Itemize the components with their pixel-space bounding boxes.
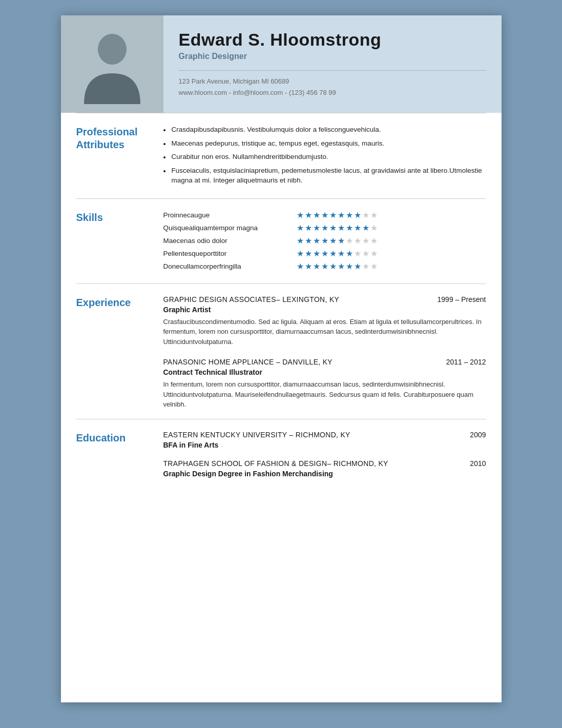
skill-name: Donecullamcorperfringilla: [163, 262, 297, 270]
star-filled: ★: [321, 210, 328, 220]
education-content: EASTERN KENTUCKY UNIVERSITY – Richmond, …: [163, 431, 486, 478]
star-filled: ★: [338, 249, 345, 258]
star-filled: ★: [354, 223, 361, 233]
resume-document: Edward S. Hloomstrong Graphic Designer 1…: [61, 15, 502, 702]
exp-date: 1999 – Present: [438, 295, 486, 304]
star-filled: ★: [338, 210, 345, 220]
skill-name: Proinnecaugue: [163, 211, 297, 219]
star-filled: ★: [297, 223, 304, 233]
star-filled: ★: [338, 236, 345, 246]
exp-header: GRAPHIC DESIGN ASSOCIATES– Lexington, KY…: [163, 295, 486, 304]
skill-row: Donecullamcorperfringilla★★★★★★★★★★: [163, 261, 486, 271]
edu-degree: BFA in Fine Arts: [163, 441, 486, 449]
edu-date: 2009: [470, 431, 486, 439]
edu-school: EASTERN KENTUCKY UNIVERSITY – Richmond, …: [163, 431, 350, 439]
edu-degree: Graphic Design Degree in Fashion Merchan…: [163, 470, 486, 478]
star-filled: ★: [346, 261, 353, 271]
star-filled: ★: [313, 261, 320, 271]
exp-company: PANASONIC HOME APPLIANCE – Danville, KY: [163, 358, 332, 366]
edu-header: EASTERN KENTUCKY UNIVERSITY – Richmond, …: [163, 431, 486, 439]
skill-stars: ★★★★★★★★★★: [297, 236, 378, 246]
star-empty: ★: [370, 210, 378, 220]
star-filled: ★: [329, 236, 337, 246]
star-filled: ★: [313, 236, 320, 246]
section-label-professional: ProfessionalAttributes: [76, 125, 163, 189]
skills-label: Skills: [76, 211, 153, 224]
skill-row: Quisquealiquamtempor magna★★★★★★★★★★: [163, 223, 486, 233]
professional-label: ProfessionalAttributes: [76, 126, 153, 151]
professional-attr-item: Fusceiaculis, estquislaciniapretium, ped…: [163, 166, 486, 186]
exp-role: Contract Technical Illustrator: [163, 368, 486, 376]
section-skills: Skills Proinnecaugue★★★★★★★★★★Quisqueali…: [76, 198, 486, 284]
star-filled: ★: [338, 223, 345, 233]
star-filled: ★: [305, 236, 312, 246]
experience-entry: PANASONIC HOME APPLIANCE – Danville, KY …: [163, 358, 486, 410]
star-filled: ★: [338, 261, 345, 271]
header-info: Edward S. Hloomstrong Graphic Designer 1…: [163, 15, 502, 113]
edu-school: TRAPHAGEN SCHOOL OF FASHION & DESIGN– Ri…: [163, 459, 388, 468]
exp-header: PANASONIC HOME APPLIANCE – Danville, KY …: [163, 358, 486, 366]
star-filled: ★: [297, 210, 304, 220]
star-filled: ★: [305, 261, 312, 271]
exp-description: Crasfaucibuscondimentumodio. Sed ac ligu…: [163, 317, 486, 347]
star-empty: ★: [362, 249, 369, 258]
exp-description: In fermentum, lorem non cursusporttitor,…: [163, 379, 486, 410]
star-filled: ★: [313, 223, 320, 233]
star-empty: ★: [370, 261, 378, 271]
star-empty: ★: [362, 261, 369, 271]
star-empty: ★: [370, 223, 378, 233]
section-professional: ProfessionalAttributes Crasdapibusdapibu…: [76, 113, 486, 198]
professional-attributes-list: Crasdapibusdapibusnis. Vestibulumquis do…: [163, 125, 486, 186]
star-filled: ★: [305, 223, 312, 233]
skill-stars: ★★★★★★★★★★: [297, 210, 378, 220]
resume-body: ProfessionalAttributes Crasdapibusdapibu…: [61, 113, 502, 502]
star-empty: ★: [346, 236, 353, 246]
education-entry: TRAPHAGEN SCHOOL OF FASHION & DESIGN– Ri…: [163, 459, 486, 478]
star-filled: ★: [305, 249, 312, 258]
section-education: Education EASTERN KENTUCKY UNIVERSITY – …: [76, 419, 486, 487]
star-filled: ★: [321, 261, 328, 271]
avatar-section: [61, 15, 163, 113]
star-empty: ★: [370, 236, 378, 246]
edu-header: TRAPHAGEN SCHOOL OF FASHION & DESIGN– Ri…: [163, 459, 486, 468]
skill-name: Quisquealiquamtempor magna: [163, 224, 297, 232]
section-experience: Experience GRAPHIC DESIGN ASSOCIATES– Le…: [76, 284, 486, 419]
star-filled: ★: [313, 249, 320, 258]
star-filled: ★: [329, 223, 337, 233]
experience-content: GRAPHIC DESIGN ASSOCIATES– Lexington, KY…: [163, 295, 486, 410]
star-empty: ★: [362, 210, 369, 220]
candidate-address: 123 Park Avenue, Michigan MI 60689 www.h…: [179, 76, 486, 98]
exp-role: Graphic Artist: [163, 306, 486, 314]
professional-content: Crasdapibusdapibusnis. Vestibulumquis do…: [163, 125, 486, 189]
professional-attr-item: Curabitur non eros. Nullamhendreritbiben…: [163, 152, 486, 162]
star-filled: ★: [297, 261, 304, 271]
experience-entry: GRAPHIC DESIGN ASSOCIATES– Lexington, KY…: [163, 295, 486, 347]
skill-row: Pellentesqueporttitor★★★★★★★★★★: [163, 249, 486, 258]
star-filled: ★: [346, 223, 353, 233]
skill-row: Maecenas odio dolor★★★★★★★★★★: [163, 236, 486, 246]
star-filled: ★: [297, 249, 304, 258]
star-filled: ★: [329, 261, 337, 271]
education-label: Education: [76, 432, 153, 444]
professional-attr-item: Maecenas pedepurus, tristique ac, tempus…: [163, 138, 486, 149]
star-filled: ★: [346, 249, 353, 258]
skill-stars: ★★★★★★★★★★: [297, 223, 378, 233]
exp-company: GRAPHIC DESIGN ASSOCIATES– Lexington, KY: [163, 295, 340, 304]
resume-header: Edward S. Hloomstrong Graphic Designer 1…: [61, 15, 502, 113]
star-filled: ★: [362, 223, 369, 233]
star-filled: ★: [297, 236, 304, 246]
star-empty: ★: [354, 236, 361, 246]
skills-table: Proinnecaugue★★★★★★★★★★Quisquealiquamtem…: [163, 210, 486, 271]
section-label-education: Education: [76, 431, 163, 478]
star-filled: ★: [354, 261, 361, 271]
edu-date: 2010: [470, 459, 486, 468]
star-filled: ★: [313, 210, 320, 220]
candidate-name: Edward S. Hloomstrong: [179, 30, 486, 50]
star-empty: ★: [362, 236, 369, 246]
star-filled: ★: [329, 249, 337, 258]
exp-date: 2011 – 2012: [446, 358, 486, 366]
star-filled: ★: [346, 210, 353, 220]
skill-stars: ★★★★★★★★★★: [297, 261, 378, 271]
star-filled: ★: [321, 249, 328, 258]
candidate-title: Graphic Designer: [179, 52, 486, 61]
